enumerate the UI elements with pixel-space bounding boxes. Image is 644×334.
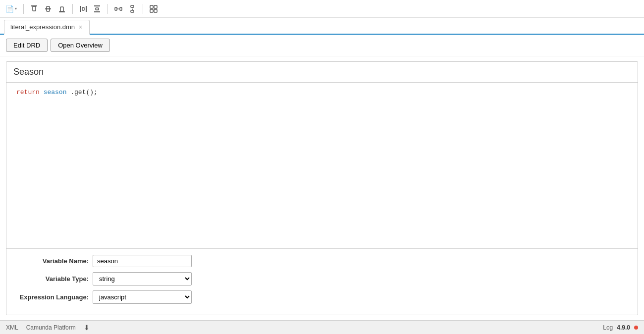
toolbar-separator-3 <box>107 4 108 14</box>
distribute-v-icon <box>93 5 101 13</box>
tab-close-button[interactable]: × <box>78 24 83 31</box>
variable-name-row: Variable Name: <box>14 255 630 267</box>
expression-language-row: Expression Language: javascript feel gro… <box>14 290 630 304</box>
svg-rect-16 <box>131 10 134 12</box>
variable-type-label: Variable Type: <box>14 275 89 283</box>
status-bar: XML Camunda Platform ⬇ Log 4.9.0 <box>0 320 644 334</box>
status-bar-left: XML Camunda Platform ⬇ <box>6 324 90 332</box>
svg-rect-5 <box>60 7 63 11</box>
auto-layout-icon <box>150 5 158 13</box>
svg-rect-21 <box>154 9 157 12</box>
toolbar-autolayout-group <box>147 3 160 14</box>
main-content: Season return season .get(); Variable Na… <box>0 56 644 320</box>
align-top-button[interactable] <box>28 3 41 14</box>
variable-name-label: Variable Name: <box>14 257 89 265</box>
expression-language-select[interactable]: javascript feel groovy python juel <box>93 290 192 304</box>
variable-type-select[interactable]: string integer long double boolean date <box>93 272 192 286</box>
variable-name-input[interactable] <box>93 255 192 267</box>
edit-drd-button[interactable]: Edit DRD <box>6 39 48 52</box>
toolbar-separator-4 <box>143 4 143 14</box>
svg-rect-11 <box>96 8 99 10</box>
tab-literal-expression[interactable]: literal_expression.dmn × <box>4 20 90 35</box>
svg-rect-18 <box>150 5 153 8</box>
toolbar-align-group <box>28 3 68 14</box>
distribute-h-button[interactable] <box>77 3 90 14</box>
button-area: Edit DRD Open Overview <box>0 35 644 56</box>
tab-bar: literal_expression.dmn × <box>0 18 644 35</box>
space-v-button[interactable] <box>126 3 139 14</box>
code-keyword-return: return <box>16 89 40 96</box>
distribute-h-icon <box>79 5 87 13</box>
version-label: 4.9.0 <box>617 324 630 331</box>
svg-rect-15 <box>131 5 134 7</box>
platform-label: Camunda Platform <box>26 324 76 331</box>
svg-rect-13 <box>120 7 122 10</box>
svg-rect-1 <box>33 6 36 11</box>
properties-area: Variable Name: Variable Type: string int… <box>6 249 638 315</box>
align-bottom-icon <box>58 5 66 13</box>
toolbar-distribute-group <box>77 3 104 14</box>
file-icon: 📄 <box>5 5 14 13</box>
align-top-icon <box>30 5 38 13</box>
auto-layout-button[interactable] <box>147 3 160 14</box>
space-v-icon <box>128 5 136 13</box>
code-variable-season: season <box>44 89 67 96</box>
toolbar: 📄 ▾ <box>0 0 644 18</box>
svg-rect-19 <box>154 5 157 8</box>
space-h-button[interactable] <box>112 3 125 14</box>
variable-type-row: Variable Type: string integer long doubl… <box>14 272 630 286</box>
svg-rect-8 <box>82 7 84 10</box>
svg-rect-20 <box>150 9 153 12</box>
expression-language-label: Expression Language: <box>14 293 89 301</box>
expression-title: Season <box>6 62 638 83</box>
log-label[interactable]: Log <box>603 324 613 331</box>
file-dropdown-button[interactable]: 📄 ▾ <box>3 3 19 14</box>
distribute-v-button[interactable] <box>91 3 104 14</box>
open-overview-button[interactable]: Open Overview <box>51 39 110 52</box>
status-bar-right: Log 4.9.0 <box>603 324 638 331</box>
toolbar-separator-1 <box>23 4 24 14</box>
toolbar-separator-2 <box>72 4 73 14</box>
tab-label: literal_expression.dmn <box>10 23 75 31</box>
toolbar-file-group: 📄 ▾ <box>3 3 19 14</box>
align-middle-icon <box>44 5 52 13</box>
expression-editor[interactable]: return season .get(); <box>6 83 638 249</box>
toolbar-space-group <box>112 3 139 14</box>
file-dropdown-arrow: ▾ <box>15 6 17 11</box>
status-dot <box>634 326 638 330</box>
svg-rect-12 <box>115 7 117 10</box>
space-h-icon <box>114 5 122 13</box>
xml-label[interactable]: XML <box>6 324 18 331</box>
download-icon[interactable]: ⬇ <box>84 324 90 332</box>
align-middle-button[interactable] <box>42 3 54 14</box>
align-bottom-button[interactable] <box>55 3 68 14</box>
expression-container: Season return season .get(); Variable Na… <box>6 61 638 315</box>
